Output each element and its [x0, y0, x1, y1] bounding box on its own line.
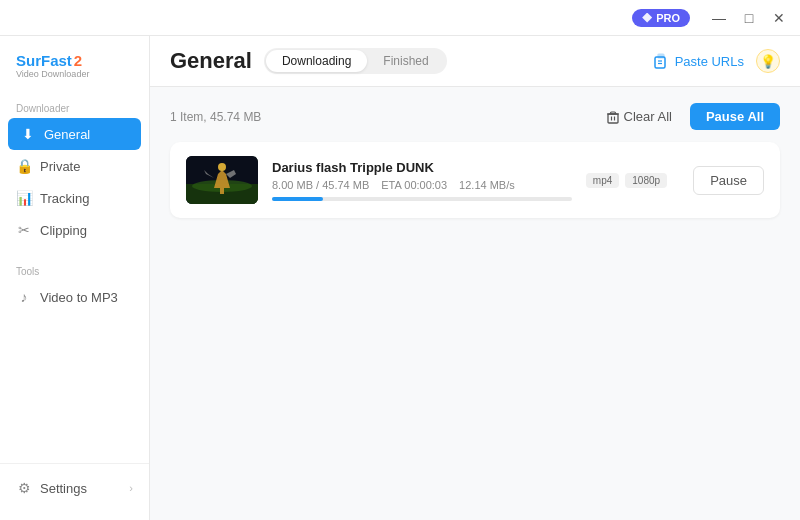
clear-all-button[interactable]: Clear All — [596, 103, 682, 130]
tab-finished[interactable]: Finished — [367, 50, 444, 72]
paste-icon — [653, 53, 669, 69]
pro-badge: PRO — [632, 9, 690, 27]
item-count: 1 Item, 45.74 MB — [170, 110, 261, 124]
downloader-section-label: Downloader — [0, 95, 149, 118]
svg-rect-4 — [608, 114, 618, 123]
page-title: General — [170, 48, 252, 74]
svg-rect-0 — [655, 57, 665, 68]
content-toolbar: 1 Item, 45.74 MB Clear All Pause All — [170, 103, 780, 130]
diamond-icon — [642, 13, 652, 23]
main-header: General Downloading Finished Paste URLs … — [150, 36, 800, 87]
svg-point-12 — [218, 163, 226, 171]
svg-rect-1 — [658, 54, 664, 58]
download-meta: 8.00 MB / 45.74 MB ETA 00:00:03 12.14 MB… — [272, 179, 572, 191]
sidebar-item-video-to-mp3-label: Video to MP3 — [40, 290, 118, 305]
close-button[interactable]: ✕ — [766, 5, 792, 31]
clipping-icon: ✂ — [16, 222, 32, 238]
sidebar-item-clipping-label: Clipping — [40, 223, 87, 238]
content-area: 1 Item, 45.74 MB Clear All Pause All — [150, 87, 800, 520]
title-bar: PRO — □ ✕ — [0, 0, 800, 36]
eta: ETA 00:00:03 — [381, 179, 447, 191]
thumbnail-image — [186, 156, 258, 204]
sidebar: SurFast 2 Video Downloader Downloader ⬇ … — [0, 36, 150, 520]
size-progress: 8.00 MB / 45.74 MB — [272, 179, 369, 191]
download-info: Darius flash Tripple DUNK 8.00 MB / 45.7… — [272, 160, 572, 201]
settings-icon: ⚙ — [16, 480, 32, 496]
format-badges: mp4 1080p — [586, 173, 667, 188]
progress-bar-track — [272, 197, 572, 201]
tab-downloading[interactable]: Downloading — [266, 50, 367, 72]
app-body: SurFast 2 Video Downloader Downloader ⬇ … — [0, 36, 800, 520]
tracking-icon: 📊 — [16, 190, 32, 206]
speed: 12.14 MB/s — [459, 179, 515, 191]
pause-button[interactable]: Pause — [693, 166, 764, 195]
sidebar-item-tracking[interactable]: 📊 Tracking — [0, 182, 149, 214]
svg-rect-6 — [610, 112, 615, 114]
video-thumbnail — [186, 156, 258, 204]
tab-group: Downloading Finished — [264, 48, 447, 74]
sidebar-item-settings[interactable]: ⚙ Settings › — [0, 472, 149, 504]
logo-subtitle: Video Downloader — [16, 69, 133, 79]
settings-label: Settings — [40, 481, 87, 496]
toolbar-right: Clear All Pause All — [596, 103, 780, 130]
trash-icon — [606, 110, 620, 124]
format-badge: mp4 — [586, 173, 619, 188]
logo-top: SurFast 2 — [16, 52, 133, 69]
bulb-icon: 💡 — [756, 49, 780, 73]
chevron-right-icon: › — [129, 482, 133, 494]
sidebar-item-private-label: Private — [40, 159, 80, 174]
download-icon: ⬇ — [20, 126, 36, 142]
header-right: Paste URLs 💡 — [653, 49, 780, 73]
main-panel: General Downloading Finished Paste URLs … — [150, 36, 800, 520]
logo-number: 2 — [74, 52, 82, 69]
window-controls: PRO — □ ✕ — [632, 5, 792, 31]
quality-badge: 1080p — [625, 173, 667, 188]
download-item: Darius flash Tripple DUNK 8.00 MB / 45.7… — [170, 142, 780, 218]
music-icon: ♪ — [16, 289, 32, 305]
sidebar-item-clipping[interactable]: ✂ Clipping — [0, 214, 149, 246]
download-title: Darius flash Tripple DUNK — [272, 160, 572, 175]
settings-left: ⚙ Settings — [16, 480, 87, 496]
sidebar-item-private[interactable]: 🔒 Private — [0, 150, 149, 182]
sidebar-item-video-to-mp3[interactable]: ♪ Video to MP3 — [0, 281, 149, 313]
logo-name: SurFast — [16, 52, 72, 69]
sidebar-item-general-label: General — [44, 127, 90, 142]
progress-bar-fill — [272, 197, 323, 201]
paste-urls-button[interactable]: Paste URLs — [653, 53, 744, 69]
sidebar-item-tracking-label: Tracking — [40, 191, 89, 206]
maximize-button[interactable]: □ — [736, 5, 762, 31]
private-icon: 🔒 — [16, 158, 32, 174]
pause-all-button[interactable]: Pause All — [690, 103, 780, 130]
tools-section-label: Tools — [0, 258, 149, 281]
sidebar-footer: ⚙ Settings › — [0, 463, 149, 504]
minimize-button[interactable]: — — [706, 5, 732, 31]
sidebar-item-general[interactable]: ⬇ General — [8, 118, 141, 150]
logo: SurFast 2 Video Downloader — [0, 52, 149, 95]
thumbnail-graphic — [186, 156, 258, 204]
